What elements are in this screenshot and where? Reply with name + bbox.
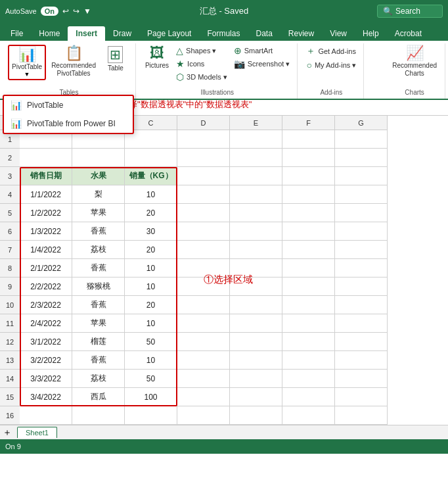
cell-c6[interactable]: 30 xyxy=(125,222,177,241)
cell-c5[interactable]: 20 xyxy=(125,204,177,222)
cell-a7[interactable]: 1/4/2022 xyxy=(20,241,72,259)
cell-c7[interactable]: 20 xyxy=(125,241,177,259)
cell-g1[interactable] xyxy=(335,130,388,149)
cell-f15[interactable] xyxy=(282,388,335,406)
tab-acrobat[interactable]: Acrobat xyxy=(387,26,430,41)
cell-b7[interactable]: 荔枝 xyxy=(72,241,125,259)
cell-a5[interactable]: 1/2/2022 xyxy=(20,204,72,222)
cell-g12[interactable] xyxy=(335,333,388,351)
pivottable-button[interactable]: 📊 PivotTable ▼ xyxy=(8,45,46,80)
recommended-pivottables-button[interactable]: 📋 RecommendedPivotTables xyxy=(49,45,99,79)
cell-e16[interactable] xyxy=(230,406,282,425)
cell-a15[interactable]: 3/4/2022 xyxy=(20,388,72,406)
cell-c8[interactable]: 10 xyxy=(125,259,177,277)
myaddins-button[interactable]: ○ My Add-ins ▾ xyxy=(304,59,358,71)
cell-e14[interactable] xyxy=(230,370,282,388)
cell-a8[interactable]: 2/1/2022 xyxy=(20,259,72,277)
getaddins-button[interactable]: ＋ Get Add-ins xyxy=(304,45,358,58)
cell-b13[interactable]: 香蕉 xyxy=(72,351,125,370)
cell-c11[interactable]: 10 xyxy=(125,314,177,333)
cell-f12[interactable] xyxy=(282,333,335,351)
cell-d11[interactable] xyxy=(177,314,230,333)
cell-d12[interactable] xyxy=(177,333,230,351)
tab-pagelayout[interactable]: Page Layout xyxy=(139,26,199,41)
tab-formulas[interactable]: Formulas xyxy=(199,26,248,41)
cell-c14[interactable]: 50 xyxy=(125,370,177,388)
cell-c10[interactable]: 20 xyxy=(125,296,177,314)
smartart-button[interactable]: ⊕ SmartArt xyxy=(232,45,292,57)
table-button[interactable]: ⊞ Table xyxy=(101,45,130,74)
cell-d1[interactable] xyxy=(177,130,230,149)
cell-g8[interactable] xyxy=(335,259,388,277)
cell-f14[interactable] xyxy=(282,370,335,388)
cell-c12[interactable]: 50 xyxy=(125,333,177,351)
tab-help[interactable]: Help xyxy=(355,26,387,41)
cell-d15[interactable] xyxy=(177,388,230,406)
cell-g9[interactable] xyxy=(335,277,388,296)
cell-a4[interactable]: 1/1/2022 xyxy=(20,185,72,204)
tab-view[interactable]: View xyxy=(322,26,355,41)
pivottable-dropdown-arrow[interactable]: ▼ xyxy=(24,71,30,78)
cell-g2[interactable] xyxy=(335,149,388,167)
cell-b4[interactable]: 梨 xyxy=(72,185,125,204)
cell-g14[interactable] xyxy=(335,370,388,388)
cell-e9[interactable] xyxy=(230,277,282,296)
cell-e7[interactable] xyxy=(230,241,282,259)
cell-c16[interactable] xyxy=(125,406,177,425)
cell-d6[interactable] xyxy=(177,222,230,241)
cell-f8[interactable] xyxy=(282,259,335,277)
cell-d14[interactable] xyxy=(177,370,230,388)
dropdown-pivottable[interactable]: 📊 PivotTable xyxy=(4,96,133,114)
cell-g6[interactable] xyxy=(335,222,388,241)
cell-d10[interactable] xyxy=(177,296,230,314)
autosave-toggle[interactable]: On xyxy=(41,7,58,16)
customize-icon[interactable]: ▼ xyxy=(83,7,91,16)
pictures-button[interactable]: 🖼 Pictures xyxy=(143,45,171,71)
dropdown-pivottable-powerbi[interactable]: 📊 PivotTable from Power BI xyxy=(4,114,133,133)
cell-d3[interactable] xyxy=(177,167,230,185)
cell-e8[interactable] xyxy=(230,259,282,277)
screenshot-button[interactable]: 📷 Screenshot ▾ xyxy=(232,58,292,70)
cell-f6[interactable] xyxy=(282,222,335,241)
3dmodels-button[interactable]: ⬡ 3D Models ▾ xyxy=(174,71,229,83)
add-sheet-button[interactable]: ＋ xyxy=(3,427,12,439)
cell-b11[interactable]: 苹果 xyxy=(72,314,125,333)
cell-b8[interactable]: 香蕉 xyxy=(72,259,125,277)
cell-b16[interactable] xyxy=(72,406,125,425)
cell-f11[interactable] xyxy=(282,314,335,333)
cell-c15[interactable]: 100 xyxy=(125,388,177,406)
cell-g4[interactable] xyxy=(335,185,388,204)
undo-icon[interactable]: ↩ xyxy=(62,7,69,16)
cell-d8[interactable] xyxy=(177,259,230,277)
cell-b15[interactable]: 西瓜 xyxy=(72,388,125,406)
shapes-button[interactable]: △ Shapes ▾ xyxy=(174,45,229,57)
sheet-tab-1[interactable]: Sheet1 xyxy=(17,427,57,438)
cell-e5[interactable] xyxy=(230,204,282,222)
cell-f13[interactable] xyxy=(282,351,335,370)
cell-f2[interactable] xyxy=(282,149,335,167)
cell-a14[interactable]: 3/3/2022 xyxy=(20,370,72,388)
cell-b5[interactable]: 苹果 xyxy=(72,204,125,222)
cell-f16[interactable] xyxy=(282,406,335,425)
tab-data[interactable]: Data xyxy=(248,26,280,41)
cell-a11[interactable]: 2/4/2022 xyxy=(20,314,72,333)
cell-b2[interactable] xyxy=(72,149,125,167)
cell-a9[interactable]: 2/2/2022 xyxy=(20,277,72,296)
cell-d4[interactable] xyxy=(177,185,230,204)
cell-c3[interactable]: 销量（KG） xyxy=(125,167,177,185)
cell-d7[interactable] xyxy=(177,241,230,259)
cell-c2[interactable] xyxy=(125,149,177,167)
icons-button[interactable]: ★ Icons xyxy=(174,58,229,70)
tab-home[interactable]: Home xyxy=(31,26,68,41)
cell-e11[interactable] xyxy=(230,314,282,333)
cell-g3[interactable] xyxy=(335,167,388,185)
cell-d16[interactable] xyxy=(177,406,230,425)
cell-g16[interactable] xyxy=(335,406,388,425)
cell-a12[interactable]: 3/1/2022 xyxy=(20,333,72,351)
cell-e1[interactable] xyxy=(230,130,282,149)
cell-e10[interactable] xyxy=(230,296,282,314)
tab-review[interactable]: Review xyxy=(280,26,322,41)
cell-e15[interactable] xyxy=(230,388,282,406)
cell-a2[interactable] xyxy=(20,149,72,167)
cell-f4[interactable] xyxy=(282,185,335,204)
